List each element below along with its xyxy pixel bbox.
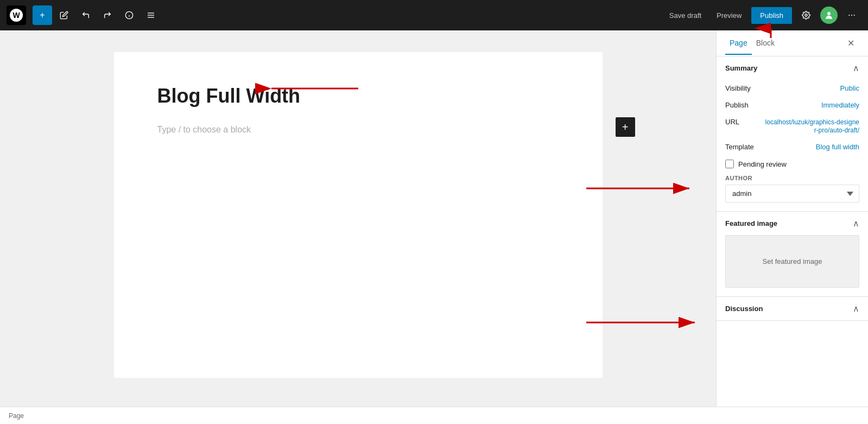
undo-button[interactable] <box>76 5 96 25</box>
toolbar-right: Save draft Preview Publish <box>664 5 861 25</box>
status-text: Page <box>9 412 24 420</box>
pending-review-label: Pending review <box>738 160 787 168</box>
pending-review-checkbox[interactable] <box>725 160 734 168</box>
preview-button[interactable]: Preview <box>711 8 747 23</box>
discussion-toggle-icon: ∧ <box>853 303 859 314</box>
add-block-button[interactable]: + <box>33 5 52 25</box>
wp-logo[interactable]: W <box>7 5 26 25</box>
author-section-label: AUTHOR <box>725 173 859 181</box>
sidebar-close-button[interactable]: ✕ <box>842 35 859 52</box>
template-row: Template Blog full width <box>725 138 859 155</box>
main-layout: Blog Full Width Type / to choose a block… <box>0 30 868 407</box>
featured-image-section-header[interactable]: Featured image ∧ <box>717 212 868 235</box>
inline-add-block-button[interactable]: + <box>616 117 635 137</box>
summary-section-header[interactable]: Summary ∧ <box>717 56 868 80</box>
info-button[interactable] <box>119 5 139 25</box>
template-value[interactable]: Blog full width <box>816 143 859 151</box>
summary-section-title: Summary <box>725 64 757 72</box>
discussion-section-header[interactable]: Discussion ∧ <box>717 297 868 320</box>
svg-point-6 <box>805 14 807 16</box>
redo-button[interactable] <box>98 5 117 25</box>
featured-image-title: Featured image <box>725 219 777 227</box>
url-label: URL <box>725 118 763 126</box>
svg-point-10 <box>854 15 855 16</box>
page-title[interactable]: Blog Full Width <box>157 85 559 107</box>
set-featured-image-button[interactable]: Set featured image <box>725 235 859 288</box>
discussion-section-title: Discussion <box>725 305 763 313</box>
svg-point-9 <box>851 15 852 16</box>
publish-row: Publish Immediately <box>725 97 859 113</box>
status-bar: Page <box>0 407 868 424</box>
discussion-section: Discussion ∧ <box>717 297 868 321</box>
sidebar-tabs: Page Block ✕ <box>717 30 868 56</box>
url-value[interactable]: localhost/luzuk/graphics-designer-pro/au… <box>763 118 859 134</box>
block-placeholder[interactable]: Type / to choose a block <box>157 125 559 135</box>
author-select[interactable]: admin <box>725 185 859 202</box>
featured-image-toggle-icon: ∧ <box>853 218 859 229</box>
list-view-button[interactable] <box>141 5 161 25</box>
tab-page[interactable]: Page <box>725 32 752 55</box>
template-label: Template <box>725 143 763 151</box>
toolbar: W + Save draft Preview Publish <box>0 0 868 30</box>
publish-button[interactable]: Publish <box>751 7 792 24</box>
editor-content: Blog Full Width Type / to choose a block… <box>114 52 603 378</box>
save-draft-button[interactable]: Save draft <box>664 8 707 23</box>
summary-toggle-icon: ∧ <box>853 63 859 73</box>
sidebar: Page Block ✕ Summary ∧ Visibility Public… <box>716 30 868 407</box>
url-row: URL localhost/luzuk/graphics-designer-pr… <box>725 113 859 138</box>
more-options-button[interactable] <box>842 5 861 25</box>
featured-image-section: Featured image ∧ Set featured image <box>717 212 868 297</box>
user-avatar-button[interactable] <box>820 7 838 24</box>
settings-button[interactable] <box>796 5 816 25</box>
editor-area: Blog Full Width Type / to choose a block… <box>0 30 716 407</box>
wp-logo-icon: W <box>10 9 23 22</box>
summary-section: Summary ∧ Visibility Public Publish Imme… <box>717 56 868 212</box>
tab-block[interactable]: Block <box>752 32 779 55</box>
visibility-value[interactable]: Public <box>840 84 859 92</box>
publish-schedule-value[interactable]: Immediately <box>821 101 859 109</box>
pending-review-row: Pending review <box>725 155 859 173</box>
summary-section-body: Visibility Public Publish Immediately UR… <box>717 80 868 211</box>
svg-point-8 <box>848 15 850 16</box>
publish-schedule-label: Publish <box>725 101 763 109</box>
svg-point-7 <box>827 12 831 15</box>
featured-image-section-body: Set featured image <box>717 235 868 296</box>
visibility-row: Visibility Public <box>725 80 859 97</box>
edit-button[interactable] <box>54 5 74 25</box>
visibility-label: Visibility <box>725 84 763 92</box>
